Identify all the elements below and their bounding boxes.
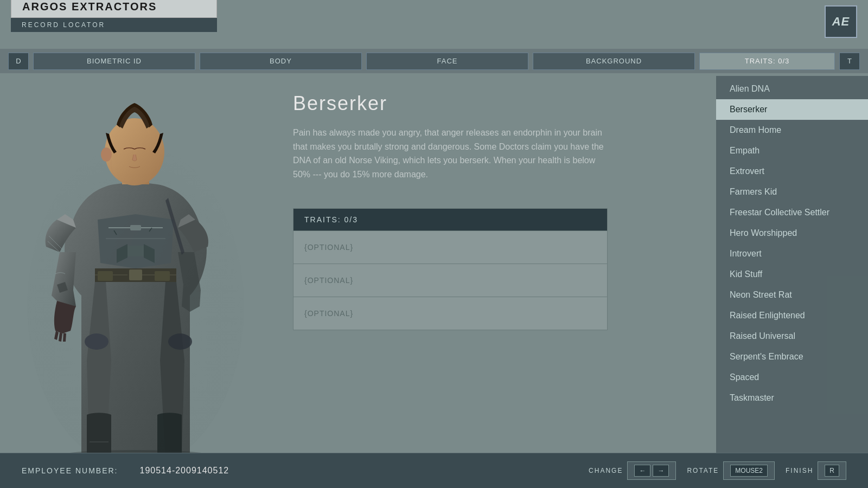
tab-traits[interactable]: TRAITS: 0/3 xyxy=(699,53,835,70)
svg-rect-7 xyxy=(155,271,170,281)
finish-key: R xyxy=(825,465,839,477)
nav-tabs: D BIOMETRIC ID BODY FACE BACKGROUND TRAI… xyxy=(0,49,868,73)
bottom-bar: EMPLOYEE NUMBER: 190514-2009140512 CHANG… xyxy=(0,453,868,488)
nav-left-button[interactable]: D xyxy=(8,53,29,70)
trait-slot-2[interactable]: {OPTIONAL} xyxy=(293,264,607,297)
finish-button[interactable]: R xyxy=(818,461,846,480)
trait-list-item-8[interactable]: Introvert xyxy=(716,243,868,264)
change-button[interactable]: ← → xyxy=(627,461,676,480)
svg-point-9 xyxy=(168,333,192,350)
trait-list-item-14[interactable]: Spaced xyxy=(716,367,868,388)
portrait-area xyxy=(0,76,271,453)
trait-list-item-12[interactable]: Raised Universal xyxy=(716,326,868,346)
info-panel: Berserker Pain has always made you angry… xyxy=(271,76,716,453)
svg-point-8 xyxy=(85,333,108,350)
change-key-left: ← xyxy=(634,465,650,477)
trait-list-item-2[interactable]: Dream Home xyxy=(716,120,868,140)
svg-rect-5 xyxy=(129,269,142,280)
finish-action: FINISH R xyxy=(786,461,846,480)
employee-label: EMPLOYEE NUMBER: xyxy=(22,466,118,475)
tab-body[interactable]: BODY xyxy=(200,53,362,70)
change-action: CHANGE ← → xyxy=(589,461,676,480)
trait-list-item-13[interactable]: Serpent's Embrace xyxy=(716,346,868,367)
trait-list-item-7[interactable]: Hero Worshipped xyxy=(716,223,868,243)
title-bar: ARGOS EXTRACTORS RECORD LOCATOR AE xyxy=(0,0,868,27)
trait-list-item-3[interactable]: Empath xyxy=(716,140,868,161)
trait-list-item-1[interactable]: Berserker xyxy=(716,99,868,120)
tab-background[interactable]: BACKGROUND xyxy=(533,53,695,70)
rotate-action: ROTATE MOUSE2 xyxy=(687,461,775,480)
trait-list-item-9[interactable]: Kid Stuff xyxy=(716,264,868,285)
traits-list[interactable]: Alien DNABerserkerDream HomeEmpathExtrov… xyxy=(716,76,868,453)
record-locator: RECORD LOCATOR xyxy=(11,18,217,32)
traits-panel-header: TRAITS: 0/3 xyxy=(293,209,607,231)
company-title: ARGOS EXTRACTORS xyxy=(11,0,217,18)
header: ARGOS EXTRACTORS RECORD LOCATOR AE xyxy=(0,0,868,52)
bottom-actions: CHANGE ← → ROTATE MOUSE2 FINISH R xyxy=(589,461,846,480)
rotate-button[interactable]: MOUSE2 xyxy=(723,461,775,480)
character-figure xyxy=(11,89,260,453)
svg-point-2 xyxy=(101,147,112,162)
nav-right-button[interactable]: T xyxy=(839,53,860,70)
ae-logo: AE xyxy=(825,5,857,38)
svg-rect-4 xyxy=(127,246,144,256)
trait-name: Berserker xyxy=(293,92,694,115)
tab-biometric-id[interactable]: BIOMETRIC ID xyxy=(33,53,195,70)
traits-panel: TRAITS: 0/3 {OPTIONAL} {OPTIONAL} {OPTIO… xyxy=(293,208,608,330)
trait-description: Pain has always made you angry, that ang… xyxy=(293,126,608,181)
trait-list-item-6[interactable]: Freestar Collective Settler xyxy=(716,202,868,223)
rotate-key: MOUSE2 xyxy=(730,465,768,477)
trait-list-item-10[interactable]: Neon Street Rat xyxy=(716,285,868,305)
change-key-right: → xyxy=(653,465,669,477)
svg-rect-3 xyxy=(130,225,141,230)
trait-list-item-4[interactable]: Extrovert xyxy=(716,161,868,182)
svg-rect-6 xyxy=(98,271,113,281)
trait-slot-3[interactable]: {OPTIONAL} xyxy=(293,297,607,330)
trait-slot-1[interactable]: {OPTIONAL} xyxy=(293,231,607,264)
tab-face[interactable]: FACE xyxy=(366,53,528,70)
main-content: Berserker Pain has always made you angry… xyxy=(0,76,868,453)
trait-list-item-11[interactable]: Raised Enlightened xyxy=(716,305,868,326)
trait-list-item-0[interactable]: Alien DNA xyxy=(716,79,868,99)
trait-list-item-5[interactable]: Farmers Kid xyxy=(716,182,868,202)
trait-list-item-15[interactable]: Taskmaster xyxy=(716,388,868,408)
employee-number: 190514-2009140512 xyxy=(139,466,229,476)
